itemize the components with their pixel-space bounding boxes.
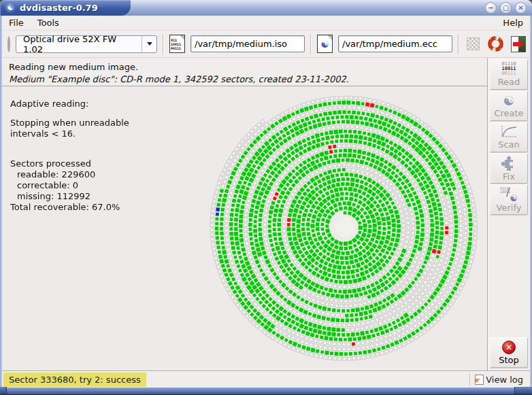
scan-button: Scan xyxy=(490,122,528,152)
ecc-file-icon: ☯ xyxy=(317,35,333,53)
iso-image-icon: 011 10011 00111 xyxy=(169,35,185,53)
window-frame-left xyxy=(0,16,2,388)
window-frame-bottom xyxy=(0,388,532,395)
statusbar: Sector 333680, try 2: success View log xyxy=(2,371,530,388)
menu-file[interactable]: File xyxy=(2,16,31,29)
correctable-count: correctable: 0 xyxy=(10,180,129,191)
create-button: ☯ Create xyxy=(490,90,528,121)
status-line-1: Reading new medium image. xyxy=(9,62,487,72)
quit-button[interactable] xyxy=(510,35,527,52)
read-icon: 01110 10011 00111 xyxy=(501,62,516,76)
action-sidebar: 01110 10011 00111 Read ☯ Create Scan Fix xyxy=(487,58,530,371)
statusbar-separator xyxy=(469,373,471,385)
dropdown-arrow-icon[interactable] xyxy=(142,36,156,52)
main-content: Adaptive reading: Stopping when unreadab… xyxy=(2,86,487,371)
drive-selector-value: Optical drive 52X FW 1.02 xyxy=(16,34,142,54)
stop-icon: ✕ xyxy=(502,341,516,354)
fix-icon xyxy=(501,156,517,171)
sector-status-message: Sector 333680, try 2: success xyxy=(3,373,146,387)
resize-grip-right[interactable] xyxy=(514,387,532,394)
stopping-line2: intervals < 16. xyxy=(10,128,129,139)
toolbar: Optical drive 52X FW 1.02 011 10011 0011… xyxy=(2,31,530,58)
image-file-input[interactable] xyxy=(190,35,305,52)
preferences-icon xyxy=(467,37,480,50)
sectors-processed-heading: Sectors processed xyxy=(10,158,129,169)
create-icon: ☯ xyxy=(503,94,514,107)
total-recoverable: Total recoverable: 67.0% xyxy=(10,202,129,213)
close-button[interactable]: ✕ xyxy=(515,2,527,14)
fix-button: Fix xyxy=(490,153,528,184)
info-panel: Adaptive reading: Stopping when unreadab… xyxy=(10,99,129,213)
verify-icon: 01110 10011 ∕ ☯ xyxy=(500,187,518,202)
drive-selector[interactable]: Optical drive 52X FW 1.02 xyxy=(16,35,157,53)
titlebar-tab[interactable]: ☯ dvdisaster-0.79 xyxy=(0,0,131,16)
exit-icon xyxy=(511,36,526,52)
stop-button[interactable]: ✕ Stop xyxy=(490,337,528,368)
maximize-button[interactable]: ▢ xyxy=(500,2,512,14)
toolbar-separator xyxy=(163,34,164,54)
help-button[interactable] xyxy=(487,35,504,52)
view-log-icon xyxy=(475,375,484,385)
optical-disc-icon xyxy=(7,36,10,52)
stopping-line1: Stopping when unreadable xyxy=(10,118,129,128)
toolbar-separator xyxy=(458,34,459,54)
resize-grip-left[interactable] xyxy=(0,387,7,394)
status-message-panel: Reading new medium image. Medium "Exampl… xyxy=(2,58,487,86)
app-window: ☯ dvdisaster-0.79 ‒ ▢ ✕ File Tools Help … xyxy=(0,0,532,395)
adaptive-reading-heading: Adaptive reading: xyxy=(10,99,129,109)
ecc-file-input[interactable] xyxy=(338,35,452,52)
toolbar-separator xyxy=(310,34,312,54)
minimize-button[interactable]: ‒ xyxy=(485,2,497,14)
menu-help[interactable]: Help xyxy=(496,16,530,29)
view-log-button[interactable]: View log xyxy=(475,375,530,385)
menu-tools[interactable]: Tools xyxy=(31,16,66,29)
titlebar[interactable]: ☯ dvdisaster-0.79 ‒ ▢ ✕ xyxy=(0,0,532,16)
readable-count: readable: 229600 xyxy=(10,169,129,180)
status-line-2: Medium "Example disc": CD-R mode 1, 3425… xyxy=(9,74,487,84)
read-button: 01110 10011 00111 Read xyxy=(490,59,528,90)
lifebuoy-icon xyxy=(488,36,503,52)
missing-count: missing: 112992 xyxy=(10,191,129,202)
app-icon: ☯ xyxy=(5,3,16,13)
window-title: dvdisaster-0.79 xyxy=(20,3,98,13)
preferences-button-disabled xyxy=(465,35,482,52)
scan-icon xyxy=(500,125,518,139)
menubar: File Tools Help xyxy=(2,16,530,31)
verify-button: 01110 10011 ∕ ☯ Verify xyxy=(490,184,528,215)
